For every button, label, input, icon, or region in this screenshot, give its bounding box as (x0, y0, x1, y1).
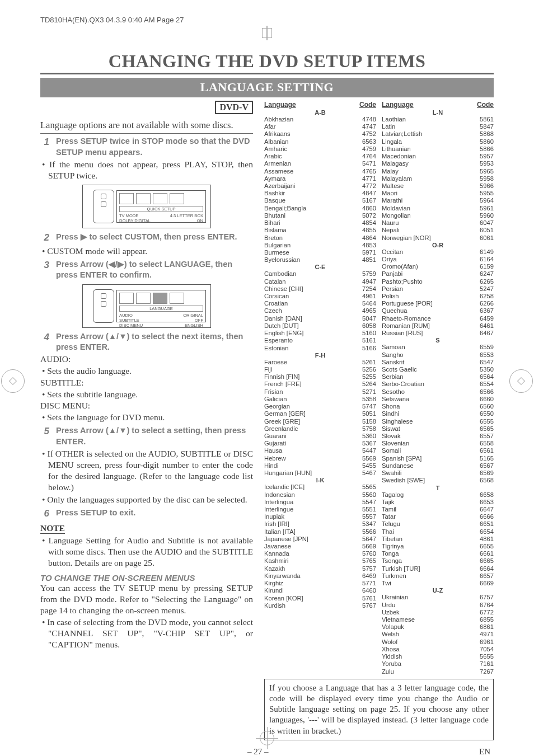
language-name: Kirghiz (264, 580, 283, 587)
language-name: Kazakh (264, 565, 285, 572)
language-row: Japanese [JPN]5647 (264, 536, 376, 543)
language-name: Rhaeto-Romance (382, 315, 431, 322)
language-code: 5868 (480, 130, 494, 138)
language-code: 6460 (362, 587, 376, 594)
step-1-note: If the menu does not appear, press PLAY,… (40, 159, 253, 181)
language-name: Oromo(Afan) (382, 263, 418, 270)
language-row: Arabic4764 (264, 153, 376, 160)
language-code: 5958 (480, 175, 494, 182)
language-name: Laothian (382, 116, 406, 123)
language-row: Inupiak5557 (264, 513, 376, 520)
language-code: 5960 (480, 212, 494, 219)
section-letter: S (382, 337, 494, 344)
language-name: Siswat (382, 425, 400, 433)
language-row: Maltese5966 (382, 182, 494, 190)
language-row: Macedonian5957 (382, 153, 494, 160)
language-code: 6051 (480, 227, 494, 234)
language-code: 5761 (362, 595, 376, 602)
language-row: Breton4864 (264, 234, 376, 242)
language-name: Uzbek (382, 609, 400, 616)
language-table: LanguageCode A-BAbkhazian4748Afar4747Afr… (264, 101, 494, 740)
language-code: 4965 (362, 307, 376, 314)
language-row: Tigrinya6655 (382, 543, 494, 550)
language-name: Basque (264, 197, 285, 204)
language-row: Javanese5669 (264, 543, 376, 550)
onscreen-menus-body: You can access the TV SETUP menu by pres… (40, 583, 253, 616)
language-code: 4853 (362, 242, 376, 249)
language-row: Esperanto5161 (264, 337, 376, 344)
language-code: 4759 (362, 145, 376, 153)
section-letter: C-E (264, 264, 376, 270)
language-code: 6658 (480, 491, 494, 499)
language-code: 5866 (480, 145, 494, 153)
language-name: Volapuk (382, 623, 404, 631)
subtitle-desc: Sets the subtitle language. (40, 389, 253, 400)
language-row: Malagasy5953 (382, 160, 494, 167)
language-code: 5347 (362, 520, 376, 528)
step-2: 2 Press ▶ to select CUSTOM, then press E… (40, 232, 253, 245)
language-name: Interlingua (264, 499, 293, 506)
language-code: 6247 (480, 270, 494, 278)
language-name: Mongolian (382, 212, 411, 219)
language-row: Malay5965 (382, 168, 494, 175)
language-row: Latvian;Lettish5868 (382, 130, 494, 138)
language-code: 5861 (480, 116, 494, 123)
language-name: Byelorussian (264, 256, 300, 264)
language-code: 5166 (362, 345, 376, 352)
language-name: Icelandic [ICE] (264, 483, 305, 491)
step-4: 4 Press Arrow (▲/▼) to select the next i… (40, 331, 253, 353)
language-name: Scots Gaelic (382, 366, 417, 373)
language-code: 5747 (362, 403, 376, 410)
language-code: 6565 (480, 425, 494, 433)
disc-menu-desc: Sets the language for DVD menu. (40, 412, 253, 423)
language-name: Korean [KOR] (264, 595, 303, 602)
language-code: 6159 (480, 263, 494, 270)
language-row: Afar4747 (264, 123, 376, 130)
language-row: Italian [ITA]5566 (264, 528, 376, 536)
language-name: Portuguese [POR] (382, 300, 433, 307)
language-code: 4861 (480, 536, 494, 543)
language-row: Faroese5261 (264, 359, 376, 366)
language-code: 5961 (480, 205, 494, 212)
language-row: Gujarati5367 (264, 440, 376, 447)
language-code: 6961 (480, 638, 494, 646)
language-name: Abkhazian (264, 116, 293, 123)
three-letter-note-box: If you choose a Language that has a 3 le… (264, 679, 494, 740)
language-name: Wolof (382, 638, 397, 646)
language-row: Czech4965 (264, 307, 376, 314)
language-row: Kirghiz5771 (264, 580, 376, 587)
language-code: 5759 (362, 270, 376, 278)
language-name: Amharic (264, 145, 287, 153)
language-row: Cambodian5759 (264, 270, 376, 278)
step-3: 3 Press Arrow (◀/▶) to select LANGUAGE, … (40, 259, 253, 281)
language-name: Georgian (264, 403, 290, 410)
language-row: Pashto;Pushto6265 (382, 278, 494, 285)
language-row: Turkish [TUR]6664 (382, 565, 494, 572)
language-row: Catalan4947 (264, 278, 376, 285)
language-code: 6553 (480, 351, 494, 359)
language-row: Irish [IRI]5347 (264, 520, 376, 528)
subtitle-label: SUBTITLE: (40, 378, 253, 388)
language-column-1: LanguageCode A-BAbkhazian4748Afar4747Afr… (264, 101, 376, 675)
language-row: Vietnamese6855 (382, 616, 494, 623)
crop-mark-left (1, 369, 25, 393)
language-row: Panjabi6247 (382, 270, 494, 278)
language-row: Kinyarwanda6469 (264, 572, 376, 580)
language-row: Yiddish5655 (382, 653, 494, 660)
language-name: Greek [GRE] (264, 418, 300, 425)
language-name: Estonian (264, 345, 289, 352)
language-name: Cambodian (264, 270, 296, 278)
crop-mark-bottom (256, 727, 278, 749)
language-row: Sanskrit6547 (382, 359, 494, 366)
language-code: 6459 (480, 315, 494, 322)
language-row: Tamil6647 (382, 506, 494, 513)
language-code: 5655 (480, 653, 494, 660)
language-name: German [GER] (264, 410, 306, 417)
language-code: 4854 (362, 219, 376, 227)
language-code: 5271 (362, 388, 376, 396)
language-row: Albanian6563 (264, 138, 376, 145)
step-1: 1 Press SETUP twice in STOP mode so that… (40, 136, 253, 158)
language-code: 6266 (480, 300, 494, 307)
audio-desc: Sets the audio language. (40, 365, 253, 377)
language-name: Arabic (264, 153, 282, 160)
